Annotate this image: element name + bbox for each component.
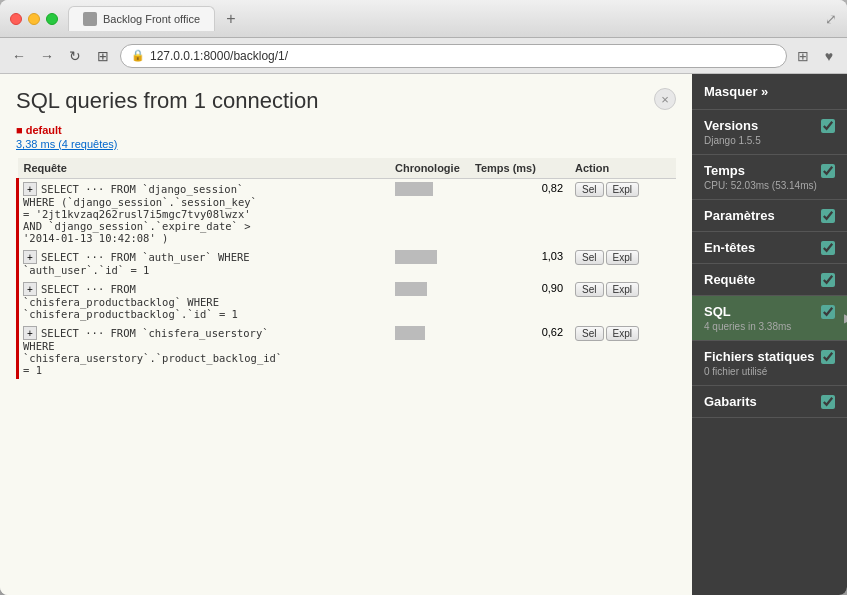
sidebar-item-en-tetes[interactable]: En-têtes [692, 232, 847, 264]
sidebar-item-title: Fichiers statiques [704, 349, 815, 364]
col-requete: Requête [18, 158, 389, 179]
sidebar-item-header: SQL [704, 304, 835, 319]
expand-query-button[interactable]: + [23, 182, 37, 196]
sidebar-item-checkbox[interactable] [821, 119, 835, 133]
query-cell-q1: +SELECT ··· FROM `django_session`WHERE (… [18, 179, 389, 248]
sidebar-item-header: Temps [704, 163, 835, 178]
panel-header: SQL queries from 1 connection × [16, 88, 676, 114]
action-cell: SelExpl [569, 279, 676, 323]
query-sql: SELECT ··· FROM`chisfera_productbacklog`… [23, 283, 238, 321]
sidebar-item-parametres[interactable]: Paramètres [692, 200, 847, 232]
sidebar: Masquer » VersionsDjango 1.5.5TempsCPU: … [692, 74, 847, 595]
time-cell: 0,82 [469, 179, 569, 248]
query-sql: SELECT ··· FROM `django_session`WHERE (`… [23, 183, 257, 245]
expand-query-button[interactable]: + [23, 326, 37, 340]
expl-button[interactable]: Expl [606, 326, 639, 341]
refresh-button[interactable]: ↻ [64, 45, 86, 67]
chrono-cell [389, 179, 469, 248]
sidebar-item-checkbox[interactable] [821, 164, 835, 178]
sel-button[interactable]: Sel [575, 282, 603, 297]
sidebar-item-header: Fichiers statiques [704, 349, 835, 364]
expl-button[interactable]: Expl [606, 282, 639, 297]
masquer-button[interactable]: Masquer » [704, 84, 768, 99]
sidebar-item-fichiers-statiques[interactable]: Fichiers statiques0 fichier utilisé [692, 341, 847, 386]
browser-tab[interactable]: Backlog Front office [68, 6, 215, 31]
action-cell: SelExpl [569, 323, 676, 379]
col-temps: Temps (ms) [469, 158, 569, 179]
sidebar-item-checkbox[interactable] [821, 395, 835, 409]
sidebar-item-header: En-têtes [704, 240, 835, 255]
sidebar-item-title: En-têtes [704, 240, 755, 255]
sidebar-item-checkbox[interactable] [821, 209, 835, 223]
sidebar-item-sub: CPU: 52.03ms (53.14ms) [704, 180, 835, 191]
panel-title: SQL queries from 1 connection [16, 88, 318, 114]
sidebar-item-sub: Django 1.5.5 [704, 135, 835, 146]
query-sql: SELECT ··· FROM `auth_user` WHERE`auth_u… [23, 251, 250, 277]
expand-query-button[interactable]: + [23, 282, 37, 296]
table-row: +SELECT ··· FROM `auth_user` WHERE`auth_… [18, 247, 677, 279]
browser-window: Backlog Front office + ⤢ ← → ↻ ⊞ 🔒 127.0… [0, 0, 847, 595]
chrono-cell [389, 279, 469, 323]
sel-button[interactable]: Sel [575, 250, 603, 265]
table-row: +SELECT ··· FROM`chisfera_productbacklog… [18, 279, 677, 323]
db-label: ■ default [16, 124, 676, 136]
expl-button[interactable]: Expl [606, 250, 639, 265]
content-area: SQL queries from 1 connection × ■ defaul… [0, 74, 847, 595]
sidebar-item-sub: 0 fichier utilisé [704, 366, 835, 377]
minimize-button[interactable] [28, 13, 40, 25]
sel-button[interactable]: Sel [575, 326, 603, 341]
table-row: +SELECT ··· FROM `chisfera_userstory`WHE… [18, 323, 677, 379]
panel-close-button[interactable]: × [654, 88, 676, 110]
sidebar-items-container: VersionsDjango 1.5.5TempsCPU: 52.03ms (5… [692, 110, 847, 418]
table-row: +SELECT ··· FROM `django_session`WHERE (… [18, 179, 677, 248]
sidebar-item-versions[interactable]: VersionsDjango 1.5.5 [692, 110, 847, 155]
url-lock-icon: 🔒 [131, 49, 145, 62]
col-chronologie: Chronologie [389, 158, 469, 179]
sidebar-item-header: Requête [704, 272, 835, 287]
back-button[interactable]: ← [8, 45, 30, 67]
sidebar-item-checkbox[interactable] [821, 273, 835, 287]
chrono-bar [395, 326, 425, 340]
queries-table: Requête Chronologie Temps (ms) Action +S… [16, 158, 676, 379]
url-bar[interactable]: 🔒 127.0.0.1:8000/backlog/1/ [120, 44, 787, 68]
time-cell: 1,03 [469, 247, 569, 279]
sidebar-item-header: Versions [704, 118, 835, 133]
time-cell: 0,90 [469, 279, 569, 323]
chrono-bar [395, 182, 433, 196]
sidebar-item-gabarits[interactable]: Gabarits [692, 386, 847, 418]
bookmark-icon[interactable]: ♥ [819, 46, 839, 66]
action-cell: SelExpl [569, 179, 676, 248]
sidebar-item-header: Paramètres [704, 208, 835, 223]
db-timing[interactable]: 3,38 ms (4 requêtes) [16, 138, 676, 150]
sidebar-item-checkbox[interactable] [821, 350, 835, 364]
expand-query-button[interactable]: + [23, 250, 37, 264]
sel-button[interactable]: Sel [575, 182, 603, 197]
time-cell: 0,62 [469, 323, 569, 379]
resize-icon[interactable]: ⤢ [825, 11, 837, 27]
sidebar-item-checkbox[interactable] [821, 305, 835, 319]
maximize-button[interactable] [46, 13, 58, 25]
chrono-cell [389, 323, 469, 379]
sidebar-item-checkbox[interactable] [821, 241, 835, 255]
sidebar-item-sub: 4 queries in 3.38ms [704, 321, 835, 332]
close-button[interactable] [10, 13, 22, 25]
titlebar: Backlog Front office + ⤢ [0, 0, 847, 38]
sidebar-item-temps[interactable]: TempsCPU: 52.03ms (53.14ms) [692, 155, 847, 200]
expl-button[interactable]: Expl [606, 182, 639, 197]
sidebar-item-header: Gabarits [704, 394, 835, 409]
apps-icon[interactable]: ⊞ [793, 46, 813, 66]
sidebar-item-title: Gabarits [704, 394, 757, 409]
grid-button[interactable]: ⊞ [92, 45, 114, 67]
main-panel: SQL queries from 1 connection × ■ defaul… [0, 74, 692, 595]
col-action: Action [569, 158, 676, 179]
sidebar-item-title: SQL [704, 304, 731, 319]
new-tab-button[interactable]: + [219, 7, 243, 31]
sidebar-item-requete[interactable]: Requête [692, 264, 847, 296]
traffic-lights [10, 13, 58, 25]
sidebar-item-sql[interactable]: SQL4 queries in 3.38ms▶ [692, 296, 847, 341]
sidebar-item-title: Requête [704, 272, 755, 287]
tab-favicon [83, 12, 97, 26]
sidebar-item-title: Temps [704, 163, 745, 178]
tabs-bar: Backlog Front office + [68, 6, 837, 31]
forward-button[interactable]: → [36, 45, 58, 67]
